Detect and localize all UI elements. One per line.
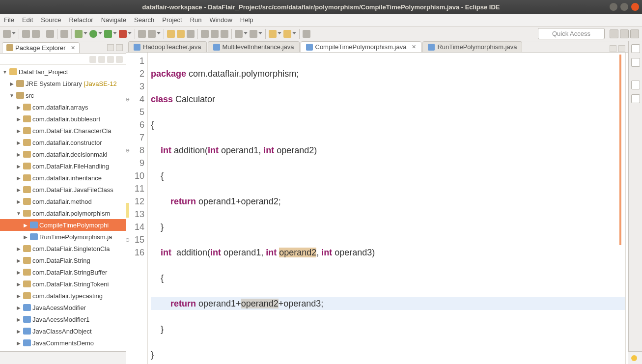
tree-java-file[interactable]: ▶RunTimePolymorphism.ja xyxy=(0,231,126,243)
tree-project[interactable]: ▼DataFlair_Project xyxy=(0,66,126,78)
dropdown-icon[interactable] xyxy=(128,32,132,36)
toggle-block-icon[interactable] xyxy=(211,30,219,38)
quick-access-input[interactable]: Quick Access xyxy=(538,28,605,39)
collapse-all-icon[interactable] xyxy=(89,56,96,63)
next-annotation-icon[interactable] xyxy=(235,30,243,38)
close-button[interactable] xyxy=(631,3,639,11)
menu-search[interactable]: Search xyxy=(134,16,154,24)
forward-icon[interactable] xyxy=(283,30,291,38)
open-type-icon[interactable] xyxy=(167,30,175,38)
tree-package[interactable]: ▶com.DataFlair.StringTokeni xyxy=(0,278,126,290)
new-package-icon[interactable] xyxy=(138,30,146,38)
tree-package[interactable]: ▶com.dataflair.bubblesort xyxy=(0,113,126,125)
tip-icon[interactable] xyxy=(631,355,637,361)
tree-package[interactable]: ▶JavaConsoleInput xyxy=(0,349,126,351)
tree-package[interactable]: ▶com.dataflair.method xyxy=(0,196,126,207)
link-editor-icon[interactable] xyxy=(98,56,105,63)
menu-run[interactable]: Run xyxy=(190,16,202,24)
new-class-icon[interactable] xyxy=(148,30,156,38)
tree-java-file[interactable]: ▶CompileTimePolymorphi xyxy=(0,219,126,231)
maximize-editor-icon[interactable] xyxy=(618,45,625,52)
close-icon[interactable]: ✕ xyxy=(71,45,75,51)
new-icon[interactable] xyxy=(3,30,11,38)
tree-package[interactable]: ▶com.DataFlair.StringBuffer xyxy=(0,266,126,278)
show-ws-icon[interactable] xyxy=(221,30,228,38)
menu-project[interactable]: Project xyxy=(162,16,182,24)
editor-tab[interactable]: HadoopTeacher.java xyxy=(128,41,207,52)
tree-package[interactable]: ▶com.DataFlair.FileHandling xyxy=(0,160,126,172)
menu-source[interactable]: Source xyxy=(41,16,61,24)
menu-help[interactable]: Help xyxy=(240,16,253,24)
menu-file[interactable]: File xyxy=(4,16,14,24)
skip-breakpoints-icon[interactable] xyxy=(60,30,68,38)
editor-tab[interactable]: MultilevelInheritance.java xyxy=(208,41,300,52)
task-list-icon[interactable] xyxy=(631,58,640,67)
restore-icon[interactable] xyxy=(631,81,640,89)
tree-package[interactable]: ▶JavaCommentsDemo xyxy=(0,337,126,349)
dropdown-icon[interactable] xyxy=(157,32,161,36)
save-icon[interactable] xyxy=(22,30,30,38)
editor-tab-active[interactable]: CompileTimePolymorphism.java✕ xyxy=(301,41,422,52)
dropdown-icon[interactable] xyxy=(98,32,102,36)
menu-refactor[interactable]: Refactor xyxy=(69,16,93,24)
tree-jre[interactable]: ▶JRE System Library [JavaSE-12 xyxy=(0,78,126,89)
toggle-icon[interactable] xyxy=(46,30,54,38)
maximize-view-icon[interactable] xyxy=(116,44,123,51)
package-explorer-tab[interactable]: Package Explorer ✕ xyxy=(2,42,80,53)
tree-src[interactable]: ▼src xyxy=(0,89,126,101)
view-menu-icon[interactable] xyxy=(116,56,123,63)
overview-ruler-bg[interactable] xyxy=(625,53,628,364)
save-all-icon[interactable] xyxy=(32,30,40,38)
overview-ruler[interactable] xyxy=(619,55,621,245)
code-area[interactable]: package com.dataflair.polymorphism; clas… xyxy=(148,53,625,364)
tree-package[interactable]: ▶com.dataflair.typecasting xyxy=(0,290,126,302)
open-task-icon[interactable] xyxy=(177,30,185,38)
debug-icon[interactable] xyxy=(75,30,83,38)
dropdown-icon[interactable] xyxy=(12,32,16,36)
tree-package[interactable]: ▶com.DataFlair.SingletonCla xyxy=(0,243,126,254)
tree-package[interactable]: ▶com.DataFlair.String xyxy=(0,254,126,266)
debug-perspective-icon[interactable] xyxy=(630,29,639,38)
minimize-editor-icon[interactable] xyxy=(610,45,616,52)
run-icon[interactable] xyxy=(89,30,97,38)
other-view-icon[interactable] xyxy=(631,94,640,103)
tree-package[interactable]: ▶com.dataflair.decisionmaki xyxy=(0,148,126,160)
line-gutter[interactable]: 12345678910111213141516 xyxy=(126,53,148,364)
dropdown-icon[interactable] xyxy=(278,32,281,36)
dropdown-icon[interactable] xyxy=(258,32,262,36)
dropdown-icon[interactable] xyxy=(113,32,117,36)
pin-icon[interactable] xyxy=(303,30,310,38)
maximize-button[interactable] xyxy=(620,3,628,11)
close-icon[interactable]: ✕ xyxy=(412,44,416,50)
outline-view-icon[interactable] xyxy=(631,44,640,53)
tree-package[interactable]: ▶com.DataFlair.JavaFileClass xyxy=(0,184,126,196)
tree-package[interactable]: ▶com.dataflair.constructor xyxy=(0,137,126,148)
dropdown-icon[interactable] xyxy=(292,32,296,36)
open-perspective-icon[interactable] xyxy=(610,29,618,38)
filter-icon[interactable] xyxy=(107,56,114,63)
java-perspective-icon[interactable] xyxy=(620,29,629,38)
coverage-icon[interactable] xyxy=(104,30,112,38)
menu-navigate[interactable]: Navigate xyxy=(101,16,126,24)
tree-package[interactable]: ▶JavaAcessModifier xyxy=(0,302,126,313)
tree-package[interactable]: ▶JavaClassAndObject xyxy=(0,325,126,337)
tree-package[interactable]: ▶com.dataflair.inheritance xyxy=(0,172,126,184)
code-editor[interactable]: 12345678910111213141516 package com.data… xyxy=(126,53,628,364)
warning-marker[interactable] xyxy=(126,203,129,218)
tree-package[interactable]: ▶com.DataFlair.CharacterCla xyxy=(0,125,126,137)
tree-package[interactable]: ▶JavaAcessModifier1 xyxy=(0,313,126,325)
menu-window[interactable]: Window xyxy=(210,16,232,24)
search-icon[interactable] xyxy=(187,30,195,38)
tree-package[interactable]: ▶com.dataflair.arrays xyxy=(0,101,126,113)
prev-annotation-icon[interactable] xyxy=(250,30,257,38)
dropdown-icon[interactable] xyxy=(84,32,87,36)
back-icon[interactable] xyxy=(269,30,277,38)
tree-package[interactable]: ▼com.dataflair.polymorphism xyxy=(0,207,126,219)
editor-tab[interactable]: RunTimePolymorphism.java xyxy=(422,41,522,52)
package-tree[interactable]: ▼DataFlair_Project ▶JRE System Library [… xyxy=(0,65,126,351)
dropdown-icon[interactable] xyxy=(244,32,248,36)
toggle-mark-icon[interactable] xyxy=(201,30,209,38)
menu-edit[interactable]: Edit xyxy=(22,16,33,24)
minimize-button[interactable] xyxy=(610,3,617,11)
minimize-view-icon[interactable] xyxy=(107,44,114,51)
